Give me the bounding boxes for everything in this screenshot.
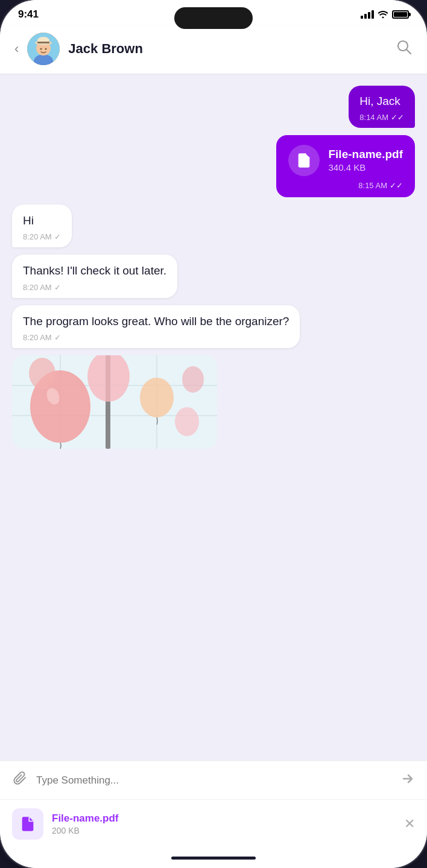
attached-file-icon [12, 808, 43, 840]
dynamic-island [174, 7, 253, 29]
message-input[interactable] [36, 775, 393, 787]
input-row [0, 761, 427, 799]
file-time: 8:15 AM [358, 181, 387, 190]
image-bubble [12, 355, 217, 449]
message-text: Hi, Jack [359, 94, 404, 109]
read-receipt-icon: ✓ [54, 283, 61, 292]
message-image [12, 355, 415, 449]
input-area: File-name.pdf 200 KB ✕ [0, 761, 427, 852]
message-thanks: Thanks! I'll check it out later. 8:20 AM… [12, 255, 415, 298]
attached-filename: File-name.pdf [52, 813, 396, 825]
read-receipt-icon: ✓✓ [390, 181, 403, 190]
messages-area: Hi, Jack 8:14 AM ✓✓ [0, 74, 427, 761]
svg-point-20 [29, 358, 55, 389]
attach-button[interactable] [12, 770, 29, 791]
screen: 9:41 [0, 0, 427, 868]
message-time: 8:20 AM [23, 232, 52, 241]
attached-file-preview: File-name.pdf 200 KB ✕ [0, 799, 427, 852]
message-time: 8:20 AM [23, 333, 52, 342]
read-receipt-icon: ✓ [54, 333, 61, 342]
remove-attachment-button[interactable]: ✕ [404, 816, 415, 832]
message-time: 8:14 AM [359, 113, 388, 122]
send-button[interactable] [400, 771, 415, 790]
svg-point-22 [182, 366, 204, 393]
home-bar [171, 857, 256, 860]
status-icons [361, 10, 409, 20]
message-time: 8:20 AM [23, 283, 52, 292]
message-hi-jack: Hi, Jack 8:14 AM ✓✓ [12, 86, 415, 128]
wifi-icon [378, 10, 388, 20]
battery-icon [392, 10, 409, 19]
back-button[interactable]: ‹ [14, 41, 19, 57]
message-text: The program looks great. Who will be the… [23, 314, 289, 330]
avatar [27, 33, 60, 65]
message-text: Thanks! I'll check it out later. [23, 263, 166, 279]
file-icon [288, 145, 320, 176]
signal-icon [361, 10, 374, 19]
svg-point-7 [40, 48, 42, 50]
home-indicator [0, 852, 427, 868]
chat-header: ‹ [0, 25, 427, 74]
svg-rect-6 [37, 42, 49, 43]
read-receipt-icon: ✓ [54, 232, 61, 241]
svg-point-19 [140, 378, 174, 417]
phone-frame: 9:41 [0, 0, 427, 868]
message-text: Hi [23, 213, 61, 229]
message-hi-received: Hi 8:20 AM ✓ [12, 204, 415, 248]
message-program: The program looks great. Who will be the… [12, 305, 415, 349]
svg-point-21 [175, 407, 199, 436]
status-time: 9:41 [18, 8, 39, 21]
contact-name: Jack Brown [68, 41, 143, 57]
attached-filesize: 200 KB [52, 826, 396, 835]
svg-point-8 [45, 48, 47, 50]
message-file-sent: File-name.pdf 340.4 KB 8:15 AM ✓✓ [12, 135, 415, 197]
file-name: File-name.pdf [328, 148, 403, 161]
search-button[interactable] [396, 39, 413, 60]
read-receipt-icon: ✓✓ [391, 113, 404, 122]
file-size: 340.4 KB [328, 162, 403, 173]
